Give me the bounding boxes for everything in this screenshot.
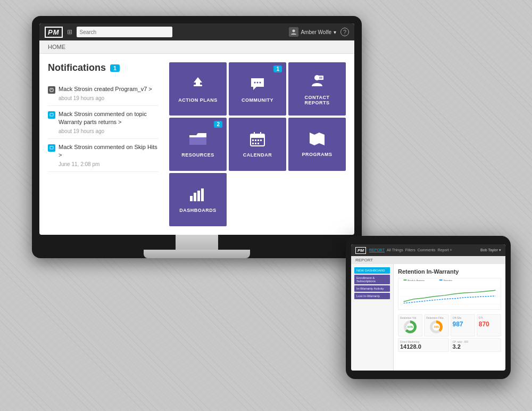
- metric-label-4: OTi: [479, 316, 499, 319]
- grid-icon[interactable]: ⊞: [67, 28, 72, 36]
- monitor: PM ⊞ Amber Wolfe ▾ ? HOME: [32, 16, 362, 258]
- notification-text-2: Mack Strosin commented on topic Warranty…: [59, 110, 159, 127]
- monitor-base: [144, 250, 250, 258]
- svg-rect-26: [201, 188, 204, 201]
- breadcrumb: HOME: [39, 40, 354, 54]
- user-name: Amber Wolfe: [301, 29, 331, 35]
- monitor-frame: PM ⊞ Amber Wolfe ▾ ? HOME: [32, 16, 362, 258]
- tile-label-dashboards: DASHBOARDS: [179, 208, 217, 213]
- svg-rect-16: [252, 139, 254, 141]
- community-badge: 1: [273, 65, 282, 72]
- tablet-metric-retention-ytd: Retention Ytd 64%: [398, 314, 422, 336]
- tablet: PM REPORT All Things Filters Comments Re…: [346, 236, 511, 379]
- svg-rect-22: [257, 143, 259, 144]
- svg-rect-19: [260, 139, 262, 141]
- main-content: Notifications 1 Mack Strosin created Pro…: [39, 54, 354, 235]
- chat-icon: [249, 75, 266, 94]
- folder-icon: [188, 131, 207, 149]
- tile-dashboards[interactable]: DASHBOARDS: [169, 173, 227, 226]
- svg-rect-18: [257, 139, 259, 141]
- notification-time-3: June 11, 2:08 pm: [59, 161, 159, 167]
- tablet-logo: PM: [355, 247, 366, 254]
- tile-label-community: COMMUNITY: [242, 97, 273, 103]
- tablet-tab-allthings[interactable]: All Things: [387, 248, 403, 252]
- svg-rect-30: [404, 280, 407, 281]
- tile-label-contact-reports: CONTACTREPORTS: [304, 95, 329, 105]
- monitor-screen: PM ⊞ Amber Wolfe ▾ ? HOME: [39, 23, 354, 235]
- metric-label-1: Retention Ytd: [400, 316, 420, 319]
- svg-text:Month-In-Business: Month-In-Business: [408, 280, 425, 282]
- notification-text-1: Mack Strosin created Program_v7 >: [59, 85, 152, 93]
- tablet-report-area: Retention In-Warranty: [394, 264, 505, 371]
- svg-text:Retention: Retention: [443, 280, 452, 282]
- tile-label-resources: RESOURCES: [181, 152, 214, 158]
- notification-time-2: about 19 hours ago: [59, 128, 159, 134]
- notification-item-3: Mack Strosin commented on Skip Hits > Ju…: [48, 139, 159, 172]
- metric-value-3: 987: [453, 320, 473, 328]
- tile-action-plans[interactable]: ACTION PLANS: [169, 62, 227, 116]
- tablet-metric-oti: OTi 870: [477, 314, 501, 336]
- tablet-tab-report[interactable]: REPORT: [369, 248, 385, 252]
- svg-point-6: [257, 82, 259, 84]
- tablet-metric-retention-filta: Retention Filta 39%: [424, 314, 448, 336]
- svg-rect-25: [197, 191, 200, 201]
- tile-contact-reports[interactable]: CONTACTREPORTS: [288, 62, 346, 116]
- tablet-sidebar-item-1[interactable]: NEW DASHBOARD: [354, 267, 390, 274]
- calendar-icon: [250, 131, 265, 149]
- notification-time-1: about 19 hours ago: [59, 95, 159, 101]
- notifications-header: Notifications 1: [48, 62, 159, 73]
- tablet-metric-offsite: Off-Site 987: [451, 314, 475, 336]
- bottom-metric-value-2: 3.2: [453, 343, 500, 350]
- svg-rect-13: [251, 134, 264, 138]
- user-menu[interactable]: Amber Wolfe ▾: [289, 27, 336, 37]
- tablet-metric-cp-ratio: CP ratio - RO 3.2: [451, 338, 502, 352]
- tablet-sidebar-item-3[interactable]: In-Warranty Activity: [354, 285, 390, 292]
- map-icon: [309, 131, 326, 149]
- tile-label-calendar: CALENDAR: [243, 152, 272, 158]
- tablet-tab-reportplus[interactable]: Report +: [438, 248, 452, 252]
- tile-calendar[interactable]: CALENDAR: [229, 118, 286, 171]
- tablet-sidebar-item-2[interactable]: Enrollment & Subscriptions: [354, 275, 390, 284]
- metric-value-4: 870: [479, 320, 499, 328]
- tablet-screen: PM REPORT All Things Filters Comments Re…: [351, 244, 505, 371]
- svg-rect-32: [439, 280, 443, 281]
- tablet-tab-comments[interactable]: Comments: [418, 248, 436, 252]
- comment-icon-1: [48, 111, 55, 119]
- svg-point-0: [293, 30, 295, 32]
- tiles-grid: ACTION PLANS 1 COM: [169, 62, 346, 226]
- svg-rect-24: [194, 193, 196, 201]
- tablet-line-chart: Month-In-Business Retention: [398, 278, 501, 310]
- svg-rect-23: [190, 196, 193, 201]
- monitor-stand: [39, 235, 354, 258]
- svg-rect-9: [318, 76, 323, 80]
- tablet-tab-filters[interactable]: Filters: [405, 248, 415, 252]
- svg-rect-17: [255, 139, 256, 141]
- app-logo: PM: [45, 27, 63, 38]
- tablet-nav-tabs: REPORT All Things Filters Comments Repor…: [369, 248, 452, 252]
- notification-item-2: Mack Strosin commented on topic Warranty…: [48, 106, 159, 139]
- resources-badge: 2: [214, 121, 222, 128]
- notification-item-1: Mack Strosin created Program_v7 > about …: [48, 81, 159, 106]
- top-navigation: PM ⊞ Amber Wolfe ▾ ?: [39, 23, 354, 40]
- tile-community[interactable]: 1 COMMUNITY: [229, 62, 286, 116]
- tile-resources[interactable]: 2 RESOURCES: [169, 118, 227, 171]
- notification-text-3: Mack Strosin commented on Skip Hits >: [59, 143, 159, 160]
- tablet-frame: PM REPORT All Things Filters Comments Re…: [346, 236, 511, 379]
- notifications-title-text: Notifications: [48, 62, 106, 73]
- svg-marker-4: [194, 77, 202, 85]
- tablet-navigation: PM REPORT All Things Filters Comments Re…: [351, 244, 505, 256]
- bottom-metric-value-1: 14128.0: [400, 343, 447, 350]
- upload-icon: [189, 75, 206, 94]
- notifications-badge: 1: [110, 64, 120, 72]
- comment-icon-2: [48, 144, 55, 152]
- tablet-user-menu[interactable]: Bob Taylor ▾: [480, 248, 501, 252]
- svg-rect-3: [194, 85, 202, 86]
- tablet-sidebar-item-4[interactable]: Lost In-Warranty: [354, 293, 390, 299]
- search-input[interactable]: [77, 27, 172, 37]
- tablet-metric-direct-marketing: Direct Marketing 14128.0: [398, 338, 449, 352]
- svg-point-5: [254, 82, 256, 84]
- tile-programs[interactable]: PROGRAMS: [288, 118, 346, 171]
- chevron-down-icon: ▾: [334, 29, 336, 35]
- help-button[interactable]: ?: [340, 28, 349, 36]
- tablet-bottom-metrics: Direct Marketing 14128.0 CP ratio - RO 3…: [398, 338, 501, 352]
